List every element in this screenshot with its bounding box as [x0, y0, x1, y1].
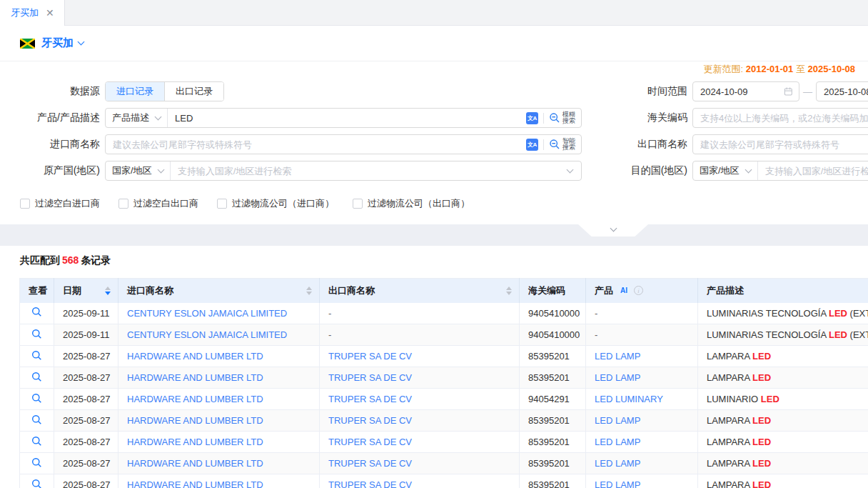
- product-link[interactable]: LED LAMP: [595, 479, 640, 488]
- results-panel: 共匹配到568条记录 查看日期进口商名称出口商名称海关编码产品AIi产品描述 2…: [0, 246, 868, 488]
- view-record-icon[interactable]: [31, 457, 42, 468]
- exporter-link[interactable]: TRUPER SA DE CV: [328, 372, 412, 383]
- date-cell: 2025-09-11: [54, 324, 118, 346]
- column-header-2[interactable]: 进口商名称: [118, 279, 320, 303]
- checkbox-icon: [118, 199, 128, 209]
- importer-cell: HARDWARE AND LUMBER LTD: [118, 346, 320, 367]
- importer-link[interactable]: CENTURY ESLON JAMAICA LIMITED: [127, 329, 287, 340]
- view-record-icon[interactable]: [31, 479, 42, 488]
- product-link[interactable]: LED LAMP: [595, 351, 640, 362]
- sort-icon[interactable]: [306, 287, 313, 295]
- view-record-icon[interactable]: [31, 350, 42, 361]
- filter-checkbox-3[interactable]: 过滤物流公司（出口商）: [353, 197, 470, 210]
- table-row: 2025-08-27HARDWARE AND LUMBER LTDTRUPER …: [20, 410, 868, 432]
- product-link[interactable]: LED LUMINARY: [595, 394, 663, 404]
- exporter-cell: -: [320, 324, 520, 346]
- importer-link[interactable]: HARDWARE AND LUMBER LTD: [127, 394, 263, 404]
- data-source-option-1[interactable]: 出口记录: [164, 82, 223, 101]
- product-link[interactable]: LED LAMP: [595, 372, 640, 383]
- chevron-down-icon[interactable]: [567, 166, 574, 173]
- data-source-option-0[interactable]: 进口记录: [106, 82, 164, 101]
- view-record-icon[interactable]: [31, 414, 42, 425]
- origin-country-select[interactable]: 国家/地区: [106, 161, 171, 180]
- date-end-input[interactable]: [824, 86, 868, 97]
- destination-box: 国家/地区: [692, 161, 868, 181]
- fuzzy-search-button[interactable]: 模糊搜索: [549, 111, 575, 125]
- table-row: 2025-08-27HARDWARE AND LUMBER LTDTRUPER …: [20, 389, 868, 410]
- description-highlight: LED: [752, 479, 771, 488]
- exporter-link[interactable]: TRUPER SA DE CV: [328, 351, 412, 362]
- exporter-input[interactable]: [693, 135, 868, 154]
- importer-link[interactable]: HARDWARE AND LUMBER LTD: [127, 458, 263, 469]
- column-header-1[interactable]: 日期: [54, 279, 118, 303]
- product-type-select[interactable]: 产品描述: [106, 109, 168, 127]
- importer-link[interactable]: HARDWARE AND LUMBER LTD: [127, 479, 263, 488]
- filter-panel: 更新范围: 2012-01-01 至 2025-10-08 数据源 进口记录出口…: [0, 61, 868, 224]
- search-icon: [549, 139, 560, 150]
- product-link[interactable]: LED LAMP: [595, 415, 640, 426]
- importer-link[interactable]: HARDWARE AND LUMBER LTD: [127, 437, 263, 447]
- view-record-icon[interactable]: [31, 393, 42, 404]
- product-link[interactable]: LED LAMP: [595, 458, 640, 469]
- tab-jamaica[interactable]: 牙买加 ✕: [0, 0, 65, 26]
- divider: [543, 113, 544, 124]
- sort-icon[interactable]: [506, 287, 513, 295]
- importer-link[interactable]: HARDWARE AND LUMBER LTD: [127, 372, 263, 383]
- tab-title: 牙买加: [11, 6, 39, 19]
- chevron-down-icon: [157, 166, 164, 173]
- close-icon[interactable]: ✕: [46, 8, 54, 18]
- exporter-link[interactable]: TRUPER SA DE CV: [328, 437, 412, 447]
- importer-link[interactable]: CENTURY ESLON JAMAICA LIMITED: [127, 308, 287, 319]
- product-search-input[interactable]: [168, 109, 526, 127]
- view-record-icon[interactable]: [31, 436, 42, 447]
- update-range-to: 2025-10-08: [808, 64, 856, 74]
- importer-link[interactable]: HARDWARE AND LUMBER LTD: [127, 351, 263, 362]
- records-table: 查看日期进口商名称出口商名称海关编码产品AIi产品描述 2025-09-11CE…: [19, 278, 868, 488]
- exporter-cell: TRUPER SA DE CV: [320, 389, 520, 410]
- column-header-3[interactable]: 出口商名称: [320, 279, 520, 303]
- column-label: 日期: [63, 284, 81, 297]
- column-header-6: 产品描述: [698, 279, 868, 303]
- view-cell: [20, 474, 54, 488]
- table-row: 2025-08-27HARDWARE AND LUMBER LTDTRUPER …: [20, 453, 868, 474]
- exporter-link[interactable]: TRUPER SA DE CV: [328, 394, 412, 404]
- destination-country-select[interactable]: 国家/地区: [693, 161, 758, 180]
- filter-checkbox-0[interactable]: 过滤空白进口商: [20, 197, 100, 210]
- date-cell: 2025-08-27: [54, 346, 118, 367]
- exporter-cell: TRUPER SA DE CV: [320, 367, 520, 389]
- translate-icon[interactable]: 文A: [526, 139, 538, 151]
- exporter-link[interactable]: TRUPER SA DE CV: [328, 458, 412, 469]
- hs-code-cell: 85395201: [520, 346, 586, 367]
- collapse-filter-handle[interactable]: [578, 224, 648, 236]
- hs-code-input[interactable]: [693, 109, 868, 127]
- translate-icon[interactable]: 文A: [526, 112, 538, 124]
- origin-input[interactable]: [171, 161, 567, 180]
- description-highlight: LED: [752, 415, 771, 426]
- info-icon[interactable]: i: [634, 286, 643, 295]
- sort-caret-up-icon: [105, 287, 111, 290]
- filter-checkbox-1[interactable]: 过滤空白出口商: [118, 197, 198, 210]
- sort-icon[interactable]: [105, 287, 112, 295]
- country-name[interactable]: 牙买加: [41, 36, 74, 50]
- calendar-icon[interactable]: [784, 86, 793, 96]
- view-record-icon[interactable]: [31, 329, 42, 339]
- exporter-link[interactable]: TRUPER SA DE CV: [328, 415, 412, 426]
- product-link[interactable]: LED LAMP: [595, 437, 640, 447]
- description-cell: LUMINARIO LED: [698, 389, 868, 410]
- product-cell: LED LAMP: [586, 432, 698, 453]
- column-label: 海关编码: [528, 284, 565, 297]
- product-cell: LED LUMINARY: [586, 389, 698, 410]
- view-record-icon[interactable]: [31, 372, 42, 382]
- smart-search-button[interactable]: 智能搜索: [549, 138, 575, 151]
- description-cell: LAMPARA LED: [698, 346, 868, 367]
- exporter-link[interactable]: TRUPER SA DE CV: [328, 479, 412, 488]
- description-text: LUMINARIO: [707, 394, 761, 404]
- date-start-input[interactable]: [700, 86, 784, 97]
- chevron-down-icon[interactable]: [78, 39, 85, 46]
- view-record-icon[interactable]: [31, 307, 42, 317]
- empty-value: -: [328, 308, 331, 319]
- destination-input[interactable]: [758, 161, 868, 180]
- importer-input[interactable]: [106, 135, 526, 154]
- importer-link[interactable]: HARDWARE AND LUMBER LTD: [127, 415, 263, 426]
- filter-checkbox-2[interactable]: 过滤物流公司（进口商）: [217, 197, 334, 210]
